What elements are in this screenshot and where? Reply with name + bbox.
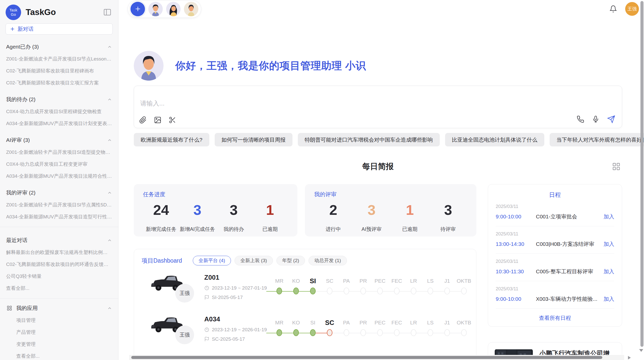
milestone-dot-pending <box>411 329 416 336</box>
my-review-title: 我的评审 <box>314 191 467 198</box>
project-code: Z001 <box>204 274 271 281</box>
section-header-ai-review[interactable]: AI评审 (3) <box>6 137 112 144</box>
microphone-button[interactable] <box>592 115 599 123</box>
sidebar-item[interactable]: A034-全新新能源MUV产品开发项目计划变更表编写 <box>6 120 112 127</box>
briefing-header: 每日简报 <box>134 161 622 173</box>
agent-avatar-3[interactable] <box>184 2 198 16</box>
user-avatar[interactable]: 王强 <box>625 2 639 16</box>
sidebar-item[interactable]: C02-飞腾新能源轻客改款项目立项汇报方案 <box>6 80 112 86</box>
stat-ai-prereview: 3 AI预评审 <box>353 202 391 233</box>
sidebar-item[interactable]: A034-全新新能源MUV产品开发项目造型可行性评审 <box>6 214 112 220</box>
screenshot-button[interactable] <box>169 116 176 124</box>
dashboard-filters: 全新平台 (4) 全新上装 (3) 年型 (2) 动总开发 (1) <box>193 256 347 265</box>
agent-avatar-1[interactable] <box>148 2 163 16</box>
view-all-chats-link[interactable]: 查看全部... <box>6 285 112 292</box>
hero: 你好，王强，我是你的项目管理助理 小识 <box>134 51 622 81</box>
milestone-dot-pending <box>344 329 349 336</box>
section-header-my-todo[interactable]: 我的待办 (2) <box>6 96 112 103</box>
join-meeting-button[interactable]: 加入 <box>604 213 614 220</box>
my-review-card: 我的评审 2 进行中 3 AI预评审 <box>305 184 476 236</box>
milestone-timeline: MR KO SI SC PA PR PEC FEC LR LS <box>271 314 472 352</box>
suggestion-chips: 欧洲新规最近颁布了什么? 如何写一份清晰的项目周报 特朗普可能对进口汽车增税会对… <box>134 133 622 146</box>
suggestion-chip[interactable]: 特朗普可能对进口汽车增税会对中国车企造成哪些影响 <box>298 133 440 146</box>
suggestion-chip[interactable]: 如何写一份清晰的项目周报 <box>215 133 292 146</box>
sidebar-item-my-apps[interactable]: 我的应用 <box>6 305 112 312</box>
schedule-date: 2025/03/11 <box>496 259 614 264</box>
recent-chat-item[interactable]: C02-飞腾新能源轻客改款项目的闭环通告反馈情况 <box>6 261 112 268</box>
app-item-product-mgmt[interactable]: 产品管理 <box>6 329 112 336</box>
notification-bell-icon[interactable] <box>609 5 617 13</box>
grid-icon <box>6 305 13 311</box>
new-chat-button[interactable]: 新对话 <box>6 23 113 35</box>
milestone-dot-pending <box>394 329 400 336</box>
send-button[interactable] <box>607 115 615 123</box>
filter-powertrain[interactable]: 动总开发 (1) <box>309 256 347 265</box>
recent-chat-item[interactable]: 公司Q3轻卡销量 <box>6 273 112 280</box>
horizontal-scrollbar-thumb[interactable] <box>131 356 602 359</box>
chevron-up-icon <box>107 306 112 311</box>
view-all-schedule-link[interactable]: 查看所有日程 <box>496 309 614 327</box>
join-meeting-button[interactable]: 加入 <box>604 241 614 248</box>
project-row[interactable]: 王强 A034 2023-12- <box>142 314 469 352</box>
sidebar-item[interactable]: Z001-全新燃油轻卡产品开发项目SI造型提交物评审 <box>6 149 112 156</box>
milestone-label: KO <box>288 318 304 327</box>
filter-new-body[interactable]: 全新上装 (3) <box>235 256 273 265</box>
image-upload-button[interactable] <box>154 116 162 124</box>
voice-call-button[interactable] <box>577 115 584 123</box>
section-header-recent-chats[interactable]: 最近对话 <box>6 237 112 244</box>
project-milestone-date: SC-2025-05-17 <box>212 336 245 342</box>
scissors-icon <box>169 116 176 124</box>
recent-chat-item[interactable]: 解释最新出台的欧盟报废车法规再生塑料比例被调至15%... <box>6 249 112 256</box>
suggestion-chip[interactable]: 当下年轻人对汽车外观有怎样的喜好趋势 <box>550 133 644 146</box>
milestone-label: J1 <box>439 276 456 286</box>
flag-icon <box>204 295 209 300</box>
vertical-scrollbar-thumb[interactable] <box>640 1 643 347</box>
left-column: 任务进度 24 新增完成任务 3 新增AI完成任务 <box>134 184 476 360</box>
project-owner-badge: 王强 <box>175 325 194 344</box>
app-item-project-mgmt[interactable]: 项目管理 <box>6 317 112 324</box>
milestone-label: LS <box>422 318 439 327</box>
logo-text-top: Task <box>9 8 17 12</box>
stat-value: 1 <box>391 202 429 218</box>
composer-right-tools <box>577 115 615 123</box>
milestone-dot-pending <box>444 288 450 294</box>
join-meeting-button[interactable]: 加入 <box>604 295 614 303</box>
topbar-right: 王强 <box>609 2 639 16</box>
filter-new-platform[interactable]: 全新平台 (4) <box>193 256 231 265</box>
scroll-down-arrow[interactable] <box>639 349 643 352</box>
add-agent-button[interactable] <box>130 2 145 16</box>
project-dashboard-card: 项目Dashboard 全新平台 (4) 全新上装 (3) 年型 (2) 动总开… <box>134 249 476 360</box>
dashboard-header: 项目Dashboard 全新平台 (4) 全新上装 (3) 年型 (2) 动总开… <box>142 256 469 265</box>
attachment-button[interactable] <box>139 116 147 124</box>
milestone-dot-pending <box>411 288 416 294</box>
sidebar-collapse-button[interactable] <box>102 7 113 18</box>
milestone-dot-pending <box>428 288 433 294</box>
milestone-label: MR <box>271 318 288 327</box>
agent-avatar-2[interactable] <box>166 2 181 16</box>
project-milestone-date: SI-2025-05-17 <box>212 295 243 300</box>
view-all-apps-link[interactable]: 查看全部... <box>6 353 112 359</box>
schedule-event-title: X003-车辆动力学性能验... <box>536 295 604 303</box>
section-header-agent-done[interactable]: Agent已办 (3) <box>6 43 112 50</box>
section-header-my-review[interactable]: 我的评审 (2) <box>6 189 112 196</box>
sidebar-item[interactable]: Z001-全新燃油轻卡产品开发项目SI节点属性5D文件评审 <box>6 202 112 208</box>
milestone-dot-done <box>293 288 299 294</box>
layout-grid-icon[interactable] <box>612 162 621 171</box>
project-row[interactable]: 王强 Z001 2023-12- <box>142 272 469 310</box>
chat-input[interactable] <box>140 99 522 111</box>
panel-collapse-icon <box>103 8 112 17</box>
scroll-right-arrow[interactable] <box>628 356 631 359</box>
sidebar-item[interactable]: C02-飞腾新能源轻客改款项目里程碑画布 <box>6 68 112 74</box>
sidebar-item[interactable]: Z001-全新燃油皮卡产品开发项目SI节点Lesson Learn报告 <box>6 56 112 62</box>
sidebar-item[interactable]: A034-全新新能源MUV产品开发项目法规符合性评审 <box>6 173 112 179</box>
milestone-label: J1 <box>439 318 456 327</box>
filter-model-year[interactable]: 年型 (2) <box>276 256 305 265</box>
app-item-change-mgmt[interactable]: 变更管理 <box>6 341 112 348</box>
sidebar-item[interactable]: C0X4-动力总成开发项目SI里程碑提交物检查 <box>6 108 112 115</box>
sidebar-header: Task Go TaskGo <box>0 4 118 20</box>
schedule-time: 9:00-10:00 <box>496 296 536 302</box>
suggestion-chip[interactable]: 欧洲新规最近颁布了什么? <box>134 133 209 146</box>
suggestion-chip[interactable]: 比亚迪全固态电池计划具体说了什么 <box>445 133 544 146</box>
join-meeting-button[interactable]: 加入 <box>604 268 614 275</box>
sidebar-item[interactable]: C0X4-动力总成开发项目工程变更评审 <box>6 161 112 168</box>
